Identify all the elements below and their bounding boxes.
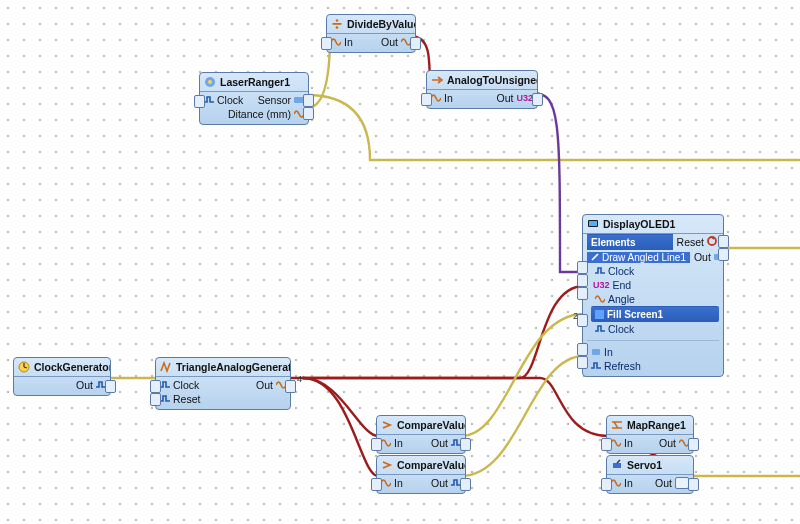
out-port[interactable]	[105, 380, 116, 393]
title-text: DivideByValue1	[347, 18, 415, 30]
port-out-label: Out	[431, 437, 448, 449]
svg-point-0	[335, 19, 338, 22]
reset-label: Reset	[677, 236, 704, 248]
analog-icon	[381, 477, 391, 489]
pulse-icon	[595, 323, 605, 335]
svg-rect-13	[613, 463, 621, 468]
analog-icon	[595, 293, 605, 305]
in-port[interactable]	[371, 478, 382, 491]
clock-port[interactable]	[150, 380, 161, 393]
node-clock-generator[interactable]: ClockGenerator1 Out	[13, 357, 111, 396]
title-text: TriangleAnalogGenerator1	[176, 361, 290, 373]
svg-rect-1	[332, 23, 341, 25]
title-text: LaserRanger1	[220, 76, 290, 88]
port-refresh-label: Refresh	[604, 360, 641, 372]
in-port[interactable]	[601, 438, 612, 451]
port-out-label: Out	[76, 379, 93, 391]
in-port[interactable]	[371, 438, 382, 451]
type-tag: U32	[516, 93, 533, 103]
binary-icon	[591, 346, 601, 358]
svg-rect-10	[595, 310, 604, 319]
node-title: AnalogToUnsigned1	[427, 71, 537, 90]
title-text: Servo1	[627, 459, 662, 471]
pulse-icon	[160, 393, 170, 405]
compare-icon	[380, 419, 393, 432]
node-compare-value-1[interactable]: CompareValue1 In Out	[376, 415, 466, 454]
analog-icon	[331, 36, 341, 48]
port-out-label: Out	[659, 437, 676, 449]
port-in-label: In	[604, 346, 613, 358]
port-out-label: Out	[256, 379, 273, 391]
node-title: ClockGenerator1	[14, 358, 110, 377]
port-clock-label: Clock	[217, 94, 243, 106]
distance-port[interactable]	[303, 107, 314, 120]
type-tag: U32	[593, 280, 610, 290]
pulse-icon	[160, 379, 170, 391]
clock-port[interactable]	[194, 95, 205, 108]
draw-clock-port[interactable]	[577, 261, 588, 274]
node-title: LaserRanger1	[200, 73, 308, 92]
analog-icon	[611, 437, 621, 449]
compare-icon	[380, 459, 393, 472]
reset-port[interactable]	[150, 393, 161, 406]
node-title: DivideByValue1	[327, 15, 415, 34]
display-icon	[586, 218, 599, 231]
node-analog-to-unsigned[interactable]: AnalogToUnsigned1 In Out U32	[426, 70, 538, 109]
node-title: TriangleAnalogGenerator1	[156, 358, 290, 377]
fill-clock-port[interactable]	[577, 314, 588, 327]
divider	[587, 340, 719, 341]
sensor-port[interactable]	[303, 94, 314, 107]
reset-icon	[707, 236, 717, 248]
convert-icon	[430, 74, 443, 87]
port-out-label: Out	[431, 477, 448, 489]
divide-icon	[330, 18, 343, 31]
node-triangle-generator[interactable]: TriangleAnalogGenerator1 Clock Out Reset…	[155, 357, 291, 410]
svg-rect-7	[589, 221, 597, 226]
out-port[interactable]	[460, 478, 471, 491]
node-servo[interactable]: Servo1 In Out	[606, 455, 694, 494]
port-in-label: In	[394, 477, 403, 489]
node-divide-by-value[interactable]: DivideByValue1 In Out	[326, 14, 416, 53]
title-text: DisplayOLED1	[603, 218, 675, 230]
out-port[interactable]	[410, 37, 421, 50]
end-port[interactable]	[577, 274, 588, 287]
port-in-label: In	[444, 92, 453, 104]
out-port[interactable]	[285, 380, 296, 393]
port-reset-label: Reset	[173, 393, 200, 405]
servo-icon	[610, 459, 623, 472]
port-out-label: Out	[694, 251, 711, 263]
node-title: CompareValue2	[377, 456, 465, 475]
triangle-wave-icon	[159, 361, 172, 374]
pulse-icon	[595, 265, 605, 277]
out-port[interactable]	[460, 438, 471, 451]
port-clock-label: Clock	[608, 265, 634, 277]
draw-line-header: Draw Angled Line1	[587, 252, 690, 263]
port-in-label: In	[624, 437, 633, 449]
port-sensor-label: Sensor	[258, 94, 291, 106]
port-in-label: In	[394, 437, 403, 449]
node-title: Servo1	[607, 456, 693, 475]
out-port[interactable]	[688, 478, 699, 491]
reset-port[interactable]	[718, 235, 729, 248]
node-title: CompareValue1	[377, 416, 465, 435]
map-range-icon	[610, 419, 623, 432]
node-map-range[interactable]: MapRange1 In Out	[606, 415, 694, 454]
port-distance-label: Ditance (mm)	[228, 108, 291, 120]
in-port[interactable]	[577, 343, 588, 356]
node-title: DisplayOLED1	[583, 215, 723, 234]
refresh-port[interactable]	[577, 356, 588, 369]
in-port[interactable]	[321, 37, 332, 50]
in-port[interactable]	[601, 478, 612, 491]
port-out-label: Out	[381, 36, 398, 48]
in-port[interactable]	[421, 93, 432, 106]
out-port[interactable]	[718, 248, 729, 261]
pulse-icon	[204, 94, 214, 106]
node-compare-value-2[interactable]: CompareValue2 In Out	[376, 455, 466, 494]
out-port[interactable]	[532, 93, 543, 106]
port-angle-label: Angle	[608, 293, 635, 305]
node-display-oled[interactable]: DisplayOLED1 Elements Reset Draw Angled …	[582, 214, 724, 377]
out-port[interactable]	[688, 438, 699, 451]
angle-port[interactable]	[577, 287, 588, 300]
node-laser-ranger[interactable]: LaserRanger1 Clock Sensor Ditance (mm)	[199, 72, 309, 125]
port-in-label: In	[624, 477, 633, 489]
